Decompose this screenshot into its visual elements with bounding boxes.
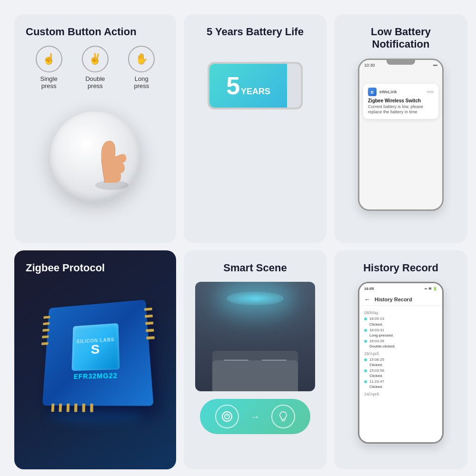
- battery-title: 5 Years Battery Life: [195, 26, 315, 38]
- battery-body: 5 YEARS: [208, 62, 303, 109]
- history-date-2: 28/April.: [364, 351, 437, 356]
- press-icons-row: ☝ Singlepress ✌ Doublepress ✋ Longpress: [26, 46, 165, 89]
- history-entry-content: 15:06:25 Clicked.: [369, 357, 384, 367]
- card-history: History Record 16:05 ▪▪ ≋ 🔋 ← History Re…: [334, 250, 467, 469]
- chip-pin-bottom: [74, 404, 78, 412]
- chip-pin-bottom: [51, 404, 55, 412]
- card-smart-scene: Smart Scene →: [184, 250, 327, 469]
- phone-mockup: 10:30 ▪▪▪ e eWeLink now Zigbee Wireless …: [358, 59, 444, 211]
- history-status-time: 16:05: [364, 287, 374, 291]
- notif-app-name: eWeLink: [379, 89, 424, 94]
- history-entry-content: 16:03:26 Double-clicked.: [369, 338, 396, 349]
- history-date-1: 08/May.: [364, 310, 437, 315]
- chip-pin: [41, 342, 49, 345]
- scene-bed: [208, 348, 303, 391]
- history-entry: 16:05:13 Clicked.: [364, 316, 437, 327]
- chip-pin: [43, 316, 50, 318]
- ceiling-light: [227, 291, 284, 306]
- long-press-item: ✋ Longpress: [128, 46, 155, 89]
- long-press-label: Longpress: [134, 75, 149, 89]
- chip-pin-bottom: [59, 404, 62, 412]
- chip-container: SILICON LABS S EFR32MG22: [33, 289, 157, 413]
- chip-pin: [42, 329, 49, 332]
- chip-pins-bottom: [51, 404, 93, 412]
- chip-pin: [145, 315, 153, 318]
- chip-visual: SILICON LABS S EFR32MG22: [26, 270, 165, 432]
- double-press-item: ✌ Doublepress: [82, 46, 109, 89]
- single-press-item: ☝ Singlepress: [36, 46, 62, 89]
- bed-frame: [212, 360, 298, 391]
- history-entry: 11:23:47 Clicked.: [364, 379, 437, 389]
- notification-card: e eWeLink now Zigbee Wireless Switch Cur…: [363, 84, 438, 119]
- history-entry-content: 11:23:47 Clicked.: [369, 379, 384, 389]
- battery-visual: 5 YEARS: [195, 48, 315, 124]
- bulb-svg: [278, 411, 289, 422]
- double-press-icon: ✌: [82, 46, 109, 72]
- chip-pin: [144, 307, 152, 311]
- history-entry-content: 15:03:56 Clicked.: [369, 368, 384, 378]
- chip-pin: [146, 336, 155, 339]
- back-button[interactable]: ←: [364, 296, 371, 303]
- history-status-bar: 16:05 ▪▪ ≋ 🔋: [359, 283, 442, 294]
- button-image-area: [26, 92, 165, 221]
- notif-timestamp: now: [426, 89, 434, 94]
- history-entry: 15:06:25 Clicked.: [364, 357, 437, 367]
- history-dot: [364, 329, 367, 332]
- chip-logo: SILICON LABS S: [72, 323, 120, 371]
- history-entry-content: 16:03:31 Long-pressed.: [369, 327, 394, 338]
- history-dot: [364, 340, 367, 343]
- main-grid: Custom Button Action ☝ Singlepress ✌ Dou…: [0, 0, 476, 476]
- chip-pin: [145, 322, 153, 325]
- low-battery-title: Low BatteryNotification: [346, 26, 456, 51]
- history-status-icons: ▪▪ ≋ 🔋: [425, 287, 437, 291]
- chip-pin: [43, 322, 50, 325]
- chip-pin: [146, 329, 154, 332]
- chip-pin-bottom: [82, 404, 86, 412]
- history-nav-title: History Record: [375, 297, 412, 302]
- card-low-battery: Low BatteryNotification 10:30 ▪▪▪ e eWeL…: [334, 14, 467, 243]
- smart-scene-title: Smart Scene: [195, 262, 315, 274]
- history-entry: 16:03:31 Long-pressed.: [364, 327, 437, 338]
- finger-icon: [88, 130, 136, 192]
- history-dot: [364, 369, 367, 372]
- phone-notch: [387, 60, 415, 65]
- history-dot: [364, 358, 367, 361]
- chip-pin: [42, 336, 49, 338]
- chip-pin-bottom: [67, 404, 70, 412]
- custom-button-title: Custom Button Action: [26, 26, 165, 38]
- card-battery: 5 Years Battery Life 5 YEARS: [184, 14, 327, 243]
- history-date-3: 24/April.: [364, 392, 437, 397]
- history-title: History Record: [346, 262, 456, 274]
- history-dot: [364, 380, 367, 383]
- history-entry: 16:03:26 Double-clicked.: [364, 338, 437, 349]
- chip-pin-bottom: [90, 404, 93, 412]
- card-zigbee: Zigbee Protocol: [14, 250, 176, 469]
- single-press-icon: ☝: [36, 46, 62, 72]
- touch-svg: [221, 411, 233, 422]
- arrow-icon: →: [250, 411, 260, 422]
- notif-body: Current battery is low, please replace t…: [368, 104, 434, 115]
- status-time: 10:30: [364, 63, 375, 68]
- battery-fill: 5 YEARS: [209, 64, 287, 108]
- chip-board: SILICON LABS S EFR32MG22: [42, 300, 154, 406]
- button-device: [50, 111, 140, 202]
- history-entry-content: 16:05:13 Clicked.: [369, 316, 384, 327]
- phone-spacer: [359, 70, 442, 80]
- scene-action-pill: →: [200, 399, 310, 434]
- chip-model: EFR32MG22: [73, 371, 118, 380]
- history-entry: 15:03:56 Clicked.: [364, 368, 437, 378]
- battery-text: 5 YEARS: [226, 71, 270, 100]
- battery-years: YEARS: [241, 87, 270, 97]
- chip-pins-left: [41, 316, 50, 345]
- history-nav: ← History Record: [359, 294, 442, 306]
- double-press-label: Doublepress: [85, 75, 105, 89]
- chip-pins-right: [144, 307, 155, 339]
- scene-room: [195, 282, 315, 391]
- battery-number: 5: [226, 71, 240, 100]
- ewelink-app-icon: e: [368, 88, 377, 96]
- long-press-icon: ✋: [128, 46, 155, 72]
- history-content: 08/May. 16:05:13 Clicked. 16:03:31 Long-…: [359, 306, 442, 436]
- single-press-label: Singlepress: [40, 75, 58, 89]
- history-phone: 16:05 ▪▪ ≋ 🔋 ← History Record 08/May. 16…: [358, 282, 444, 444]
- status-icons: ▪▪▪: [433, 63, 437, 68]
